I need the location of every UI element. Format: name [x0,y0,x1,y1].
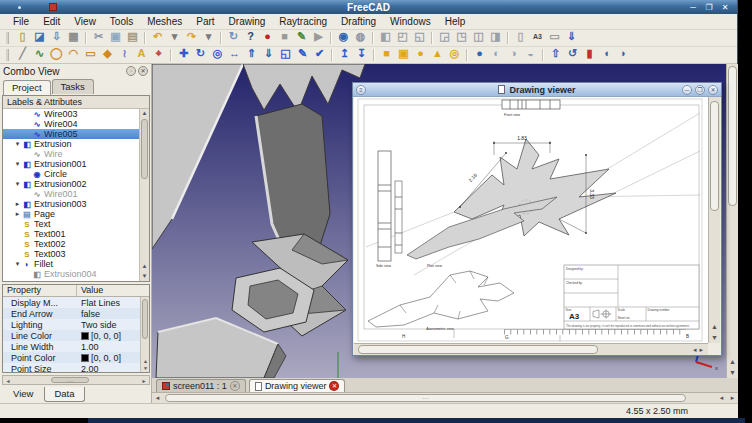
tree-item-extrusion004[interactable]: ◧Extrusion004 [3,269,139,279]
menu-meshes[interactable]: Meshes [140,14,189,30]
property-row[interactable]: Line Color[0, 0, 0] [3,330,140,341]
tree-item-fillet[interactable]: ▾◗Fillet [3,259,139,269]
tree-item-wire001[interactable]: ∿Wire001 [3,189,139,199]
property-value[interactable]: Two side [77,320,117,330]
display-mode-icon[interactable]: ↧ [353,46,370,61]
part-fillet-icon[interactable]: ◖ [598,46,615,61]
part-mirror-icon[interactable]: ▮ [581,46,598,61]
expander-icon[interactable]: ▾ [13,180,22,188]
scroll-left-icon[interactable]: ◂ [716,394,727,402]
scroll-right-icon[interactable]: ▸ [139,377,149,384]
draft-offset-icon[interactable]: ◎ [209,46,226,61]
property-row[interactable]: Display M...Flat Lines [3,297,140,308]
draft-edit-icon[interactable]: ✎ [294,46,311,61]
open-file-icon[interactable]: ◪ [31,29,48,44]
menu-raytracing[interactable]: Raytracing [272,14,334,30]
title-bar[interactable]: FreeCAD ─ ❐ ✕ [0,0,737,14]
tab-project[interactable]: Project [3,80,51,95]
tree-item-circle[interactable]: ◉Circle [3,169,139,179]
macro-stop-icon[interactable]: ■ [276,29,293,44]
part-sphere-icon[interactable]: ● [412,46,429,61]
view-top-icon[interactable]: ◱ [411,29,428,44]
draft-circle-icon[interactable]: ◯ [48,46,65,61]
tree-item-wire004[interactable]: ∿Wire004 [3,119,139,129]
macro-record-icon[interactable]: ● [259,29,276,44]
draft-wire-icon[interactable]: ∿ [31,46,48,61]
view-left-icon[interactable]: ◨ [487,29,504,44]
copy-icon[interactable]: ▣ [107,29,124,44]
scroll-up-icon[interactable]: ▲ [140,262,149,271]
menu-tools[interactable]: Tools [103,14,140,30]
open-sheet-icon[interactable]: ▭ [546,29,563,44]
tab-view[interactable]: View [4,387,42,401]
expander-icon[interactable]: ▾ [13,260,22,268]
mdi-tab-screen011-1[interactable]: screen011 : 1✕ [156,379,246,392]
maximize-button[interactable]: ❐ [695,85,705,95]
tree-scroll-thumb[interactable] [141,119,148,179]
zoom-fit-all-icon[interactable]: ◉ [335,29,352,44]
expander-icon[interactable]: ▾ [13,140,22,148]
draft-polygon-icon[interactable]: ◆ [99,46,116,61]
mdi-hscroll-thumb[interactable]: ⋯ [165,394,686,402]
view-rear-icon[interactable]: ◳ [453,29,470,44]
tree-item-extrusion001[interactable]: ▾◧Extrusion001 [3,159,139,169]
draft-scale-icon[interactable]: ◱ [277,46,294,61]
tree-item-wire005[interactable]: ∿Wire005 [3,129,139,139]
drawing-sheet[interactable]: Front view [354,97,708,343]
view-front-icon[interactable]: ◰ [394,29,411,44]
scroll-left-icon[interactable]: ◂ [3,377,13,384]
tree-item-extrusion002[interactable]: ▾◧Extrusion002 [3,179,139,189]
property-value[interactable]: Flat Lines [77,298,120,308]
part-chamfer-icon[interactable]: ◗ [615,46,632,61]
hscroll-thumb[interactable]: ⋯ [51,377,89,383]
part-common-icon[interactable]: ◐ [488,46,505,61]
undo-icon[interactable]: ↶ [149,29,166,44]
scroll-up-icon[interactable]: ▲ [727,356,738,367]
view-axonometric-icon[interactable]: ◧ [377,29,394,44]
new-drawing-sheet-icon[interactable]: ▯ [512,29,529,44]
draft-trimex-icon[interactable]: ↔ [226,46,243,61]
window-menu-icon[interactable]: ≡ [356,85,366,95]
toolbar-grip[interactable] [6,49,9,61]
menu-help[interactable]: Help [438,14,473,30]
tree-item-wire003[interactable]: ∿Wire003 [3,109,139,119]
property-row[interactable]: Line Width1.00 [3,341,140,352]
refresh-icon[interactable]: ↻ [225,29,242,44]
property-value[interactable]: 1.00 [77,342,99,352]
dock-float-icon[interactable]: ◦ [126,66,136,76]
paste-icon[interactable]: ▤ [124,29,141,44]
draft-apply-style-icon[interactable]: ✔ [311,46,328,61]
draft-line-icon[interactable]: ╱ [14,46,31,61]
expander-icon[interactable]: ▸ [13,210,22,218]
property-hscrollbar[interactable]: ◂ ⋯ ▸ [2,375,150,385]
minimize-button[interactable]: ─ [682,85,692,95]
macro-play-icon[interactable]: ▶ [310,29,327,44]
property-value[interactable]: false [77,309,100,319]
draft-downgrade-icon[interactable]: ⇓ [260,46,277,61]
drawing-hscrollbar[interactable]: ◂▸ [354,343,708,355]
view-bottom-icon[interactable]: ◫ [470,29,487,44]
minimize-button[interactable]: ─ [687,2,699,13]
mdi-vscrollbar[interactable]: ▲ ▼ [726,64,738,378]
scroll-right-icon[interactable]: ▸ [727,394,738,402]
maximize-button[interactable]: ❐ [703,2,715,13]
menu-part[interactable]: Part [189,14,221,30]
tree-item-text003[interactable]: SText003 [3,249,139,259]
construction-mode-icon[interactable]: ↥ [336,46,353,61]
tab-close-icon[interactable]: ✕ [329,381,339,391]
drawing-viewer-titlebar[interactable]: ≡ Drawing viewer ─ ❐ ✕ [353,83,721,97]
scroll-left-right-icons[interactable]: ◂▸ [693,346,706,354]
draft-bspline-icon[interactable]: ≀ [116,46,133,61]
tab-tasks[interactable]: Tasks [52,79,94,94]
scroll-down-icon[interactable]: ▼ [709,332,720,343]
part-cube-icon[interactable]: ▣ [395,46,412,61]
part-box-icon[interactable]: ■ [378,46,395,61]
drawing-hscroll-thumb[interactable] [358,345,598,354]
tree-item-text002[interactable]: SText002 [3,239,139,249]
undo-dropdown-icon[interactable]: ▾ [166,29,183,44]
property-row[interactable]: Point Color[0, 0, 0] [3,352,140,363]
draft-rotate-icon[interactable]: ↻ [192,46,209,61]
scroll-down-icon[interactable]: ▼ [727,367,738,378]
tree-item-page[interactable]: ▸▤Page [3,209,139,219]
tab-data[interactable]: Data [44,387,84,402]
